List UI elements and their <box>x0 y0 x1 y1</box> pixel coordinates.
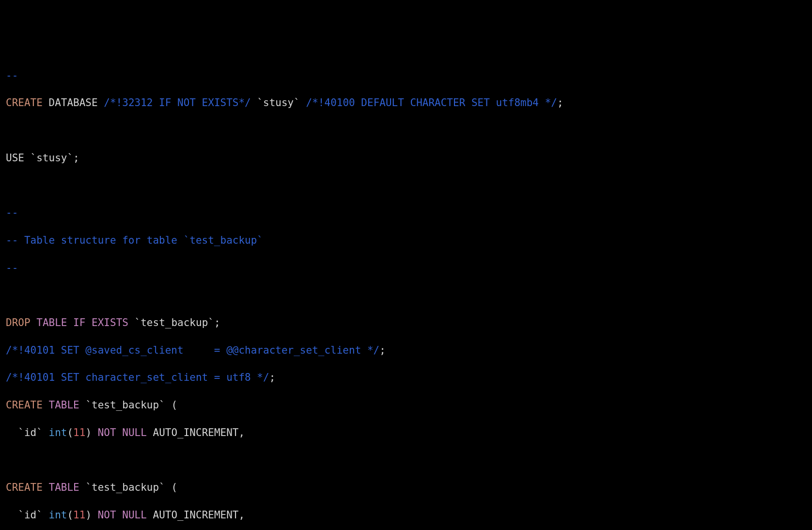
code-line: `id` int(11) NOT NULL AUTO_INCREMENT, <box>6 426 806 439</box>
sql-conditional-comment: /*!32312 IF NOT EXISTS*/ <box>104 97 250 109</box>
sql-column-id: `id` <box>6 509 49 521</box>
sql-keyword-if: IF <box>73 317 85 328</box>
sql-identifier: `stusy` <box>251 97 306 109</box>
code-line: CREATE TABLE `test_backup` ( <box>6 398 806 412</box>
code-line: CREATE TABLE `test_backup` ( <box>6 481 806 494</box>
code-line-blank <box>6 288 806 302</box>
sql-identifier: `test_backup` ( <box>79 399 177 411</box>
sql-punct: ; <box>269 372 276 383</box>
sql-use-statement: USE `stusy`; <box>6 152 79 164</box>
sql-punct: ; <box>557 97 563 109</box>
sql-keyword-drop: DROP <box>6 317 31 328</box>
code-line: -- <box>6 261 806 275</box>
sql-keyword-not: NOT <box>98 509 116 521</box>
sql-keyword-null: NULL <box>116 427 147 438</box>
sql-auto-increment: AUTO_INCREMENT, <box>147 427 245 438</box>
sql-comment: -- <box>6 262 18 274</box>
code-line: CREATE DATABASE /*!32312 IF NOT EXISTS*/… <box>6 96 806 109</box>
sql-keyword-table: TABLE <box>49 482 79 493</box>
sql-keyword-create: CREATE <box>6 399 43 411</box>
code-line: -- <box>6 69 806 82</box>
sql-code-viewer: -- CREATE DATABASE /*!32312 IF NOT EXIST… <box>0 55 812 530</box>
sql-identifier: `test_backup`; <box>128 317 220 328</box>
sql-keyword-exists: EXISTS <box>92 317 128 328</box>
sql-punct: ( <box>67 509 73 521</box>
sql-keyword-database: DATABASE <box>49 97 98 109</box>
sql-comment: -- <box>6 207 18 218</box>
sql-punct: ; <box>379 344 386 356</box>
code-line-blank <box>6 124 806 137</box>
code-line: -- <box>6 206 806 219</box>
sql-comment: -- <box>6 70 18 81</box>
code-line: -- Table structure for table `test_backu… <box>6 234 806 247</box>
sql-auto-increment: AUTO_INCREMENT, <box>147 509 245 521</box>
sql-keyword-not: NOT <box>98 427 116 438</box>
sql-keyword-create: CREATE <box>6 97 43 109</box>
sql-identifier: `test_backup` ( <box>79 482 177 493</box>
sql-column-id: `id` <box>6 427 49 438</box>
sql-type-int: int <box>49 427 67 438</box>
sql-type-int: int <box>49 509 67 521</box>
sql-punct: ( <box>67 427 73 438</box>
sql-number: 11 <box>73 427 85 438</box>
sql-keyword-create: CREATE <box>6 482 43 493</box>
code-line: USE `stusy`; <box>6 151 806 165</box>
sql-keyword-null: NULL <box>116 509 147 521</box>
code-line: /*!40101 SET @saved_cs_client = @@charac… <box>6 343 806 357</box>
sql-conditional-comment: /*!40100 DEFAULT CHARACTER SET utf8mb4 *… <box>306 97 557 109</box>
sql-punct: ) <box>85 509 97 521</box>
sql-conditional-comment: /*!40101 SET @saved_cs_client = @@charac… <box>6 344 379 356</box>
sql-comment: -- Table structure for table `test_backu… <box>6 234 263 246</box>
sql-keyword-table: TABLE <box>49 399 79 411</box>
sql-number: 11 <box>73 509 85 521</box>
code-line: /*!40101 SET character_set_client = utf8… <box>6 371 806 384</box>
sql-keyword-table: TABLE <box>36 317 67 328</box>
code-line-blank <box>6 453 806 467</box>
code-line: DROP TABLE IF EXISTS `test_backup`; <box>6 316 806 329</box>
code-line-blank <box>6 178 806 192</box>
sql-punct: ) <box>85 427 97 438</box>
sql-conditional-comment: /*!40101 SET character_set_client = utf8… <box>6 372 269 383</box>
code-line: `id` int(11) NOT NULL AUTO_INCREMENT, <box>6 508 806 522</box>
